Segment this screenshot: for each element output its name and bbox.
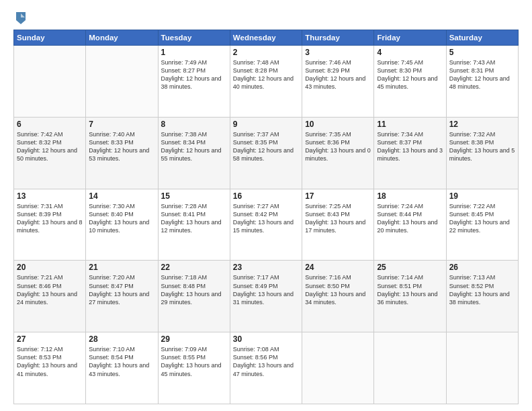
calendar-cell: 30Sunrise: 7:08 AM Sunset: 8:56 PM Dayli… <box>230 332 302 404</box>
day-info: Sunrise: 7:40 AM Sunset: 8:33 PM Dayligh… <box>89 130 154 163</box>
day-number: 26 <box>449 263 515 272</box>
calendar-cell: 17Sunrise: 7:25 AM Sunset: 8:43 PM Dayli… <box>302 189 374 261</box>
calendar-cell: 8Sunrise: 7:38 AM Sunset: 8:34 PM Daylig… <box>158 117 230 189</box>
calendar-cell <box>374 332 446 404</box>
day-number: 3 <box>305 48 371 57</box>
calendar-cell: 5Sunrise: 7:43 AM Sunset: 8:31 PM Daylig… <box>446 46 518 118</box>
day-info: Sunrise: 7:09 AM Sunset: 8:55 PM Dayligh… <box>161 345 227 378</box>
day-number: 19 <box>449 191 515 201</box>
calendar-cell: 15Sunrise: 7:28 AM Sunset: 8:41 PM Dayli… <box>158 189 230 261</box>
calendar-cell: 29Sunrise: 7:09 AM Sunset: 8:55 PM Dayli… <box>158 332 230 404</box>
calendar-cell: 18Sunrise: 7:24 AM Sunset: 8:44 PM Dayli… <box>374 189 446 261</box>
day-info: Sunrise: 7:34 AM Sunset: 8:37 PM Dayligh… <box>377 130 443 163</box>
day-info: Sunrise: 7:31 AM Sunset: 8:39 PM Dayligh… <box>17 202 83 235</box>
day-number: 5 <box>449 48 515 57</box>
calendar-cell <box>14 46 86 118</box>
day-number: 8 <box>161 120 227 129</box>
day-number: 20 <box>17 263 83 272</box>
page: SundayMondayTuesdayWednesdayThursdayFrid… <box>0 0 532 411</box>
calendar-cell <box>302 332 374 404</box>
calendar-week-row: 1Sunrise: 7:49 AM Sunset: 8:27 PM Daylig… <box>14 46 519 118</box>
calendar-cell: 25Sunrise: 7:14 AM Sunset: 8:51 PM Dayli… <box>374 261 446 332</box>
calendar-week-row: 6Sunrise: 7:42 AM Sunset: 8:32 PM Daylig… <box>14 117 519 189</box>
calendar-cell <box>446 332 518 404</box>
day-info: Sunrise: 7:28 AM Sunset: 8:41 PM Dayligh… <box>161 202 227 235</box>
calendar-header-saturday: Saturday <box>446 30 518 46</box>
day-number: 4 <box>377 48 443 57</box>
day-number: 2 <box>233 48 299 57</box>
day-info: Sunrise: 7:43 AM Sunset: 8:31 PM Dayligh… <box>449 58 515 91</box>
calendar-week-row: 27Sunrise: 7:12 AM Sunset: 8:53 PM Dayli… <box>14 332 519 404</box>
calendar-cell <box>86 46 158 118</box>
day-info: Sunrise: 7:35 AM Sunset: 8:36 PM Dayligh… <box>305 130 371 163</box>
day-info: Sunrise: 7:16 AM Sunset: 8:50 PM Dayligh… <box>305 273 371 306</box>
calendar-cell: 1Sunrise: 7:49 AM Sunset: 8:27 PM Daylig… <box>158 46 230 118</box>
day-info: Sunrise: 7:21 AM Sunset: 8:46 PM Dayligh… <box>17 273 83 306</box>
day-number: 28 <box>89 334 154 344</box>
calendar-header-monday: Monday <box>86 30 158 46</box>
day-info: Sunrise: 7:14 AM Sunset: 8:51 PM Dayligh… <box>377 273 443 306</box>
calendar-week-row: 13Sunrise: 7:31 AM Sunset: 8:39 PM Dayli… <box>14 189 519 261</box>
day-number: 10 <box>305 120 371 129</box>
day-info: Sunrise: 7:48 AM Sunset: 8:28 PM Dayligh… <box>233 58 299 91</box>
header <box>13 11 519 26</box>
day-number: 22 <box>161 263 227 272</box>
calendar-cell: 20Sunrise: 7:21 AM Sunset: 8:46 PM Dayli… <box>14 261 86 332</box>
calendar-cell: 19Sunrise: 7:22 AM Sunset: 8:45 PM Dayli… <box>446 189 518 261</box>
calendar-header-sunday: Sunday <box>14 30 86 46</box>
calendar-cell: 9Sunrise: 7:37 AM Sunset: 8:35 PM Daylig… <box>230 117 302 189</box>
day-number: 16 <box>233 191 299 201</box>
day-number: 17 <box>305 191 371 201</box>
calendar-cell: 28Sunrise: 7:10 AM Sunset: 8:54 PM Dayli… <box>86 332 158 404</box>
day-number: 13 <box>17 191 83 201</box>
day-info: Sunrise: 7:24 AM Sunset: 8:44 PM Dayligh… <box>377 202 443 235</box>
calendar-cell: 12Sunrise: 7:32 AM Sunset: 8:38 PM Dayli… <box>446 117 518 189</box>
calendar-header-wednesday: Wednesday <box>230 30 302 46</box>
day-info: Sunrise: 7:12 AM Sunset: 8:53 PM Dayligh… <box>17 345 83 378</box>
day-info: Sunrise: 7:27 AM Sunset: 8:42 PM Dayligh… <box>233 202 299 235</box>
calendar-cell: 4Sunrise: 7:45 AM Sunset: 8:30 PM Daylig… <box>374 46 446 118</box>
calendar-header-row: SundayMondayTuesdayWednesdayThursdayFrid… <box>14 30 519 46</box>
day-info: Sunrise: 7:17 AM Sunset: 8:49 PM Dayligh… <box>233 273 299 306</box>
day-number: 29 <box>161 334 227 344</box>
calendar-cell: 2Sunrise: 7:48 AM Sunset: 8:28 PM Daylig… <box>230 46 302 118</box>
day-info: Sunrise: 7:08 AM Sunset: 8:56 PM Dayligh… <box>233 345 299 378</box>
calendar-cell: 3Sunrise: 7:46 AM Sunset: 8:29 PM Daylig… <box>302 46 374 118</box>
calendar-cell: 26Sunrise: 7:13 AM Sunset: 8:52 PM Dayli… <box>446 261 518 332</box>
calendar-cell: 10Sunrise: 7:35 AM Sunset: 8:36 PM Dayli… <box>302 117 374 189</box>
calendar-cell: 11Sunrise: 7:34 AM Sunset: 8:37 PM Dayli… <box>374 117 446 189</box>
day-info: Sunrise: 7:22 AM Sunset: 8:45 PM Dayligh… <box>449 202 515 235</box>
day-number: 15 <box>161 191 227 201</box>
calendar-week-row: 20Sunrise: 7:21 AM Sunset: 8:46 PM Dayli… <box>14 261 519 332</box>
day-info: Sunrise: 7:46 AM Sunset: 8:29 PM Dayligh… <box>305 58 371 91</box>
day-number: 30 <box>233 334 299 344</box>
calendar-header-tuesday: Tuesday <box>158 30 230 46</box>
day-info: Sunrise: 7:20 AM Sunset: 8:47 PM Dayligh… <box>89 273 154 306</box>
calendar-cell: 16Sunrise: 7:27 AM Sunset: 8:42 PM Dayli… <box>230 189 302 261</box>
day-number: 14 <box>89 191 154 201</box>
calendar-cell: 22Sunrise: 7:18 AM Sunset: 8:48 PM Dayli… <box>158 261 230 332</box>
day-number: 12 <box>449 120 515 129</box>
day-info: Sunrise: 7:18 AM Sunset: 8:48 PM Dayligh… <box>161 273 227 306</box>
day-info: Sunrise: 7:38 AM Sunset: 8:34 PM Dayligh… <box>161 130 227 163</box>
calendar-cell: 23Sunrise: 7:17 AM Sunset: 8:49 PM Dayli… <box>230 261 302 332</box>
day-number: 18 <box>377 191 443 201</box>
day-info: Sunrise: 7:42 AM Sunset: 8:32 PM Dayligh… <box>17 130 83 163</box>
day-number: 21 <box>89 263 154 272</box>
day-number: 1 <box>161 48 227 57</box>
day-info: Sunrise: 7:45 AM Sunset: 8:30 PM Dayligh… <box>377 58 443 91</box>
calendar-header-thursday: Thursday <box>302 30 374 46</box>
calendar-cell: 21Sunrise: 7:20 AM Sunset: 8:47 PM Dayli… <box>86 261 158 332</box>
calendar-cell: 14Sunrise: 7:30 AM Sunset: 8:40 PM Dayli… <box>86 189 158 261</box>
day-number: 9 <box>233 120 299 129</box>
day-number: 25 <box>377 263 443 272</box>
day-info: Sunrise: 7:30 AM Sunset: 8:40 PM Dayligh… <box>89 202 154 235</box>
calendar-table: SundayMondayTuesdayWednesdayThursdayFrid… <box>13 30 519 404</box>
day-number: 24 <box>305 263 371 272</box>
calendar-cell: 6Sunrise: 7:42 AM Sunset: 8:32 PM Daylig… <box>14 117 86 189</box>
logo-icon <box>15 11 27 26</box>
day-info: Sunrise: 7:37 AM Sunset: 8:35 PM Dayligh… <box>233 130 299 163</box>
day-info: Sunrise: 7:49 AM Sunset: 8:27 PM Dayligh… <box>161 58 227 91</box>
day-number: 7 <box>89 120 154 129</box>
logo <box>13 11 27 26</box>
